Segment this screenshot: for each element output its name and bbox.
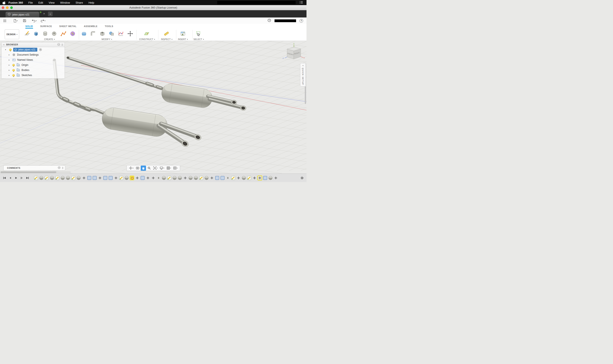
timeline-feature-pattern[interactable] [221,176,224,180]
orbit-menu-caret[interactable]: ▾ [133,167,134,169]
timeline-settings-gear-icon[interactable] [298,176,307,180]
timeline-feature-pipe[interactable] [125,176,129,180]
group-insert[interactable]: INSERT▾ [178,38,188,40]
comments-panel[interactable]: COMMENTS [3,165,65,170]
timeline-feature-hole[interactable] [130,176,134,180]
redo-button[interactable]: ▾ [39,18,46,24]
timeline-feature-pattern[interactable] [93,176,97,180]
browser-item-document-settings[interactable]: ▸ Document Settings [1,52,65,57]
comments-drag-grip[interactable] [62,167,63,169]
disclosure-closed-icon[interactable]: ▸ [8,54,10,56]
timeline-feature-move[interactable] [210,176,214,180]
timeline-feature-sketch[interactable] [34,176,38,180]
close-tab-button[interactable]: × [42,12,46,15]
tool-create-sketch[interactable] [23,30,31,38]
tool-shell[interactable] [98,30,106,38]
quick-setup-tab[interactable]: « QUICK SETUP [300,63,306,87]
pan-button[interactable] [141,166,146,171]
undo-button[interactable]: ▾ [31,18,38,24]
timeline-feature-pipe[interactable] [173,176,176,180]
tool-fillet[interactable] [89,30,97,38]
document-tab[interactable]: jetex pipes v21 [6,12,39,17]
tool-construction-plane[interactable] [142,30,151,38]
menu-window[interactable]: Window [57,1,73,4]
display-settings-button[interactable]: ▾ [159,166,165,171]
disclosure-closed-icon[interactable]: ▸ [8,69,10,71]
timeline-feature-pipe[interactable] [194,176,198,180]
collapse-browser-icon[interactable]: « [3,43,4,46]
timeline-feature-move[interactable] [236,176,240,180]
job-status-clock-icon[interactable] [267,19,271,23]
tool-move[interactable] [126,30,134,38]
tool-pipe[interactable] [59,30,67,38]
display-settings-caret[interactable]: ▾ [163,167,164,169]
step-forward-button[interactable] [20,176,24,180]
timeline-feature-pipe[interactable] [50,176,54,180]
timeline-feature-move[interactable] [98,176,102,180]
timeline-feature-move[interactable] [183,176,187,180]
timeline-feature-sketch[interactable] [55,176,59,180]
tool-extrude[interactable] [32,30,40,38]
file-menu-button[interactable]: ▾ [12,18,19,24]
timeline-feature-pipe[interactable] [242,176,246,180]
timeline-feature-pattern[interactable] [87,176,91,180]
tool-parameters[interactable] [117,30,125,38]
timeline-feature-move[interactable] [146,176,150,180]
comments-add-icon[interactable] [58,166,61,170]
timeline-feature-pipe[interactable] [77,176,80,180]
timeline-feature-move[interactable] [258,176,262,180]
orbit-button[interactable]: ▾ [128,166,134,171]
timeline-feature-mirror[interactable] [226,176,230,180]
view-cube[interactable]: FRONT RIGHT Y X Z [282,43,305,64]
visibility-bulb-icon[interactable] [12,64,15,66]
timeline-feature-pipe[interactable] [189,176,193,180]
notification-list-icon[interactable] [300,1,303,5]
timeline-feature-sketch[interactable] [119,176,123,180]
grid-snaps-button[interactable]: ▾ [166,166,172,171]
tab-solid[interactable]: SOLID [25,24,33,28]
timeline-feature-pattern[interactable] [103,176,107,180]
help-button[interactable]: ? [300,19,303,23]
horizontal-scrollbar-track[interactable] [0,171,71,173]
menu-view[interactable]: View [46,1,57,4]
timeline-feature-pipe[interactable] [205,176,209,180]
visibility-bulb-icon[interactable] [12,74,15,77]
timeline-feature-pattern[interactable] [263,176,267,180]
group-create[interactable]: CREATE▾ [44,38,55,40]
tool-combine[interactable] [107,30,116,38]
window-zoom-button[interactable] [10,6,13,9]
timeline-feature-move[interactable] [253,176,256,180]
disclosure-closed-icon[interactable]: ▸ [8,59,10,61]
selected-root-component[interactable]: jetex pipes v21 [13,48,37,52]
timeline-feature-pipe[interactable] [39,176,43,180]
viewports-caret[interactable]: ▾ [177,167,178,169]
tab-surface[interactable]: SURFACE [40,24,52,28]
browser-drag-grip[interactable] [62,44,63,46]
timeline-feature-move[interactable] [114,176,118,180]
tab-assemble[interactable]: ASSEMBLE [84,24,97,28]
menu-help[interactable]: Help [86,1,97,4]
new-tab-button[interactable]: + [48,12,53,16]
save-button[interactable] [22,18,27,24]
timeline-feature-mirror[interactable] [157,176,160,180]
fit-menu-caret[interactable]: ▾ [157,167,158,169]
browser-item-origin[interactable]: ▸ Origin [1,63,65,67]
look-at-button[interactable] [135,166,140,171]
menu-file[interactable]: File [26,1,36,4]
timeline-feature-pipe[interactable] [269,176,272,180]
timeline-feature-sketch[interactable] [247,176,251,180]
timeline-feature-sketch[interactable] [199,176,203,180]
timeline-feature-move[interactable] [135,176,139,180]
redo-menu-caret[interactable]: ▾ [45,20,45,22]
activate-component-radio[interactable] [39,48,42,51]
go-to-end-button[interactable] [26,176,29,180]
fit-button[interactable]: ▾ [152,166,158,171]
group-select[interactable]: SELECT▾ [194,38,204,40]
browser-root-row[interactable]: ▾ jetex pipes v21 [1,47,65,52]
tab-sheet-metal[interactable]: SHEET METAL [59,24,77,28]
grid-snaps-caret[interactable]: ▾ [170,167,171,169]
app-grid-button[interactable] [2,18,7,24]
browser-item-bodies[interactable]: ▸ Bodies [1,67,65,73]
tool-press-pull[interactable] [80,30,88,38]
menu-share[interactable]: Share [73,1,86,4]
